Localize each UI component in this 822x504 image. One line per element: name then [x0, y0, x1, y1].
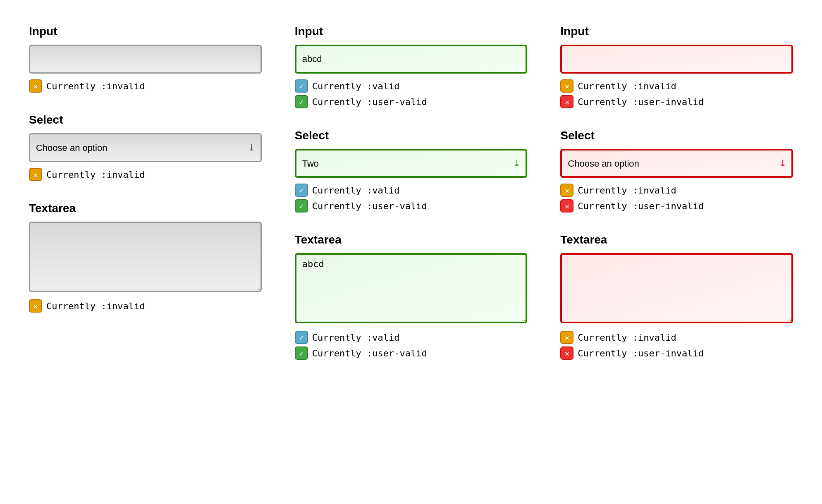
- badge-orange-select-1: ✕: [29, 168, 42, 181]
- input-field-neutral[interactable]: [29, 45, 262, 74]
- badge-red-textarea-3: ✕: [560, 346, 573, 360]
- status-text-user-valid-1: Currently :user-valid: [312, 97, 427, 107]
- select-field-neutral[interactable]: Choose an option One Two Three: [29, 133, 262, 162]
- column-neutral: Input ✕ Currently :invalid Select Choose…: [12, 12, 278, 376]
- select-status-list-neutral: ✕ Currently :invalid: [29, 168, 262, 181]
- select-status-user-invalid-col3: ✕ Currently :user-invalid: [560, 199, 793, 213]
- select-status-invalid-col3: ✕ Currently :invalid: [560, 184, 793, 197]
- input-field-invalid[interactable]: [560, 45, 793, 74]
- select-status-list-valid: ✓ Currently :valid ✓ Currently :user-val…: [295, 184, 528, 213]
- input-status-list-neutral: ✕ Currently :invalid: [29, 79, 262, 93]
- input-section-neutral: Input ✕ Currently :invalid: [29, 25, 262, 93]
- status-user-invalid-col3: ✕ Currently :user-invalid: [560, 95, 793, 108]
- textarea-section-valid: Textarea <span class="spell-underline">a…: [295, 233, 528, 360]
- select-status-text-valid-1: Currently :valid: [312, 185, 400, 196]
- select-status-valid-1: ✓ Currently :valid: [295, 184, 528, 197]
- textarea-status-list-invalid: ✕ Currently :invalid ✕ Currently :user-i…: [560, 331, 793, 360]
- badge-red-select-3: ✕: [560, 199, 573, 213]
- status-invalid-neutral: ✕ Currently :invalid: [29, 79, 262, 93]
- column-valid: Input ✓ Currently :valid ✓ Currently :us…: [278, 12, 544, 376]
- textarea-status-user-valid-1: ✓ Currently :user-valid: [295, 346, 528, 360]
- badge-orange-textarea-1: ✕: [29, 299, 42, 313]
- textarea-label-invalid: Textarea: [560, 233, 793, 246]
- status-text-1: Currently :invalid: [46, 81, 145, 91]
- textarea-label-valid: Textarea: [295, 233, 528, 246]
- badge-green-select-1: ✓: [295, 199, 308, 213]
- textarea-field-valid[interactable]: <span class="spell-underline">abcd</span…: [295, 253, 528, 323]
- textarea-status-text-1: Currently :invalid: [46, 301, 145, 311]
- select-wrapper-neutral: Choose an option One Two Three ⤓: [29, 133, 262, 162]
- input-status-list-invalid: ✕ Currently :invalid ✕ Currently :user-i…: [560, 79, 793, 108]
- badge-blue-select-1: ✓: [295, 184, 308, 197]
- badge-blue-input-1: ✓: [295, 79, 308, 93]
- select-status-text-user-valid-1: Currently :user-valid: [312, 201, 427, 211]
- input-field-valid[interactable]: [295, 45, 528, 74]
- badge-orange-input-3: ✕: [560, 79, 573, 93]
- badge-green-textarea-1: ✓: [295, 346, 308, 360]
- textarea-field-neutral[interactable]: [29, 222, 262, 292]
- select-wrapper-valid: Choose an option One Two Three ⤓: [295, 149, 528, 178]
- textarea-status-text-valid-1: Currently :valid: [312, 332, 400, 343]
- select-label-invalid: Select: [560, 129, 793, 142]
- textarea-status-invalid-col3: ✕ Currently :invalid: [560, 331, 793, 344]
- select-wrapper-invalid: Choose an option One Two Three ⤓: [560, 149, 793, 178]
- textarea-status-list-valid: ✓ Currently :valid ✓ Currently :user-val…: [295, 331, 528, 360]
- select-status-invalid-neutral: ✕ Currently :invalid: [29, 168, 262, 181]
- select-field-valid[interactable]: Choose an option One Two Three: [295, 149, 528, 178]
- main-grid: Input ✕ Currently :invalid Select Choose…: [12, 12, 810, 376]
- status-user-valid-1: ✓ Currently :user-valid: [295, 95, 528, 108]
- input-section-valid: Input ✓ Currently :valid ✓ Currently :us…: [295, 25, 528, 108]
- textarea-status-text-user-valid-1: Currently :user-valid: [312, 348, 427, 358]
- badge-orange-textarea-3: ✕: [560, 331, 573, 344]
- textarea-status-text-user-invalid-col3: Currently :user-invalid: [578, 348, 704, 358]
- status-valid-1: ✓ Currently :valid: [295, 79, 528, 93]
- textarea-section-invalid: Textarea ✕ Currently :invalid ✕ Currentl…: [560, 233, 793, 360]
- select-status-text-invalid-col3: Currently :invalid: [578, 185, 676, 196]
- column-invalid: Input ✕ Currently :invalid ✕ Currently :…: [544, 12, 810, 376]
- select-status-text-user-invalid-col3: Currently :user-invalid: [578, 201, 704, 211]
- input-label-invalid: Input: [560, 25, 793, 38]
- select-section-valid: Select Choose an option One Two Three ⤓ …: [295, 129, 528, 213]
- badge-orange-1: ✕: [29, 79, 42, 93]
- textarea-status-valid-1: ✓ Currently :valid: [295, 331, 528, 344]
- select-status-list-invalid: ✕ Currently :invalid ✕ Currently :user-i…: [560, 184, 793, 213]
- status-text-invalid-col3: Currently :invalid: [578, 81, 676, 91]
- status-text-user-invalid-col3: Currently :user-invalid: [578, 97, 704, 107]
- select-label-valid: Select: [295, 129, 528, 142]
- select-field-invalid[interactable]: Choose an option One Two Three: [560, 149, 793, 178]
- textarea-status-list-neutral: ✕ Currently :invalid: [29, 299, 262, 313]
- select-status-text-1: Currently :invalid: [46, 170, 145, 180]
- textarea-status-user-invalid-col3: ✕ Currently :user-invalid: [560, 346, 793, 360]
- textarea-label-neutral: Textarea: [29, 202, 262, 215]
- status-invalid-col3: ✕ Currently :invalid: [560, 79, 793, 93]
- select-section-neutral: Select Choose an option One Two Three ⤓ …: [29, 113, 262, 181]
- badge-blue-textarea-1: ✓: [295, 331, 308, 344]
- badge-red-input-3: ✕: [560, 95, 573, 108]
- textarea-section-neutral: Textarea ✕ Currently :invalid: [29, 202, 262, 313]
- input-label-neutral: Input: [29, 25, 262, 38]
- select-label-neutral: Select: [29, 113, 262, 127]
- badge-orange-select-3: ✕: [560, 184, 573, 197]
- input-section-invalid: Input ✕ Currently :invalid ✕ Currently :…: [560, 25, 793, 108]
- textarea-status-invalid-neutral: ✕ Currently :invalid: [29, 299, 262, 313]
- input-label-valid: Input: [295, 25, 528, 38]
- select-section-invalid: Select Choose an option One Two Three ⤓ …: [560, 129, 793, 213]
- badge-green-input-1: ✓: [295, 95, 308, 108]
- input-status-list-valid: ✓ Currently :valid ✓ Currently :user-val…: [295, 79, 528, 108]
- status-text-valid-1: Currently :valid: [312, 81, 400, 91]
- select-status-user-valid-1: ✓ Currently :user-valid: [295, 199, 528, 213]
- textarea-field-invalid[interactable]: [560, 253, 793, 323]
- textarea-status-text-invalid-col3: Currently :invalid: [578, 332, 676, 343]
